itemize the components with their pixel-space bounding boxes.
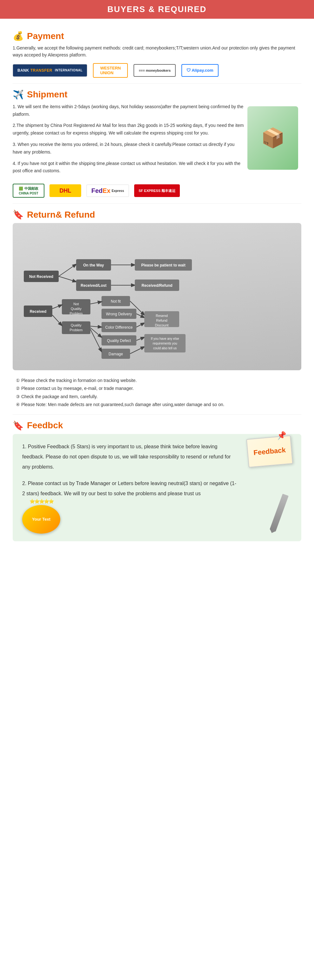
payment-logos: BANKTRANSFERINTERNATIONAL WESTERNUNION ≡… (13, 63, 301, 78)
divider-1 (13, 83, 301, 84)
svg-line-20 (52, 305, 62, 309)
svg-text:requirements you: requirements you (152, 342, 177, 345)
moneybookers-logo: ≡≡≡ moneybookers (133, 64, 176, 77)
divider-3 (13, 414, 301, 415)
svg-line-8 (59, 276, 76, 282)
refund-notes: ① Please check the tracking in formation… (13, 377, 301, 409)
payment-icon: 💰 (13, 31, 24, 41)
svg-text:Not Received: Not Received (29, 274, 53, 279)
payment-title-text: Payment (27, 31, 64, 41)
svg-text:Quality Defect: Quality Defect (107, 339, 131, 343)
svg-text:Refund: Refund (156, 318, 167, 322)
svg-line-41 (90, 326, 101, 327)
feedback-section-title: 🔖 Feedbck (13, 420, 301, 431)
delivery-person-image: 📦 (247, 106, 298, 170)
pen-image (270, 494, 289, 532)
china-post-logo: 🟩 中国邮政CHINA POST (13, 184, 44, 198)
svg-text:On the Way: On the Way (83, 263, 104, 267)
svg-text:Received: Received (30, 309, 47, 314)
shipment-point-3: 3. When you receive the items you ordere… (13, 141, 244, 156)
shipment-point-4: 4. If you have not got it within the shi… (13, 160, 244, 175)
svg-text:Not fit: Not fit (111, 299, 121, 304)
svg-line-38 (136, 323, 144, 327)
shipment-point-1: 1. We will sent the items within 2-5days… (13, 103, 244, 118)
shipment-icon: ✈️ (13, 89, 24, 100)
dhl-logo: DHL (49, 185, 81, 197)
feedback-badge: Feedback (246, 435, 293, 468)
refund-note-3: ③ Check the package and Item, carefully. (16, 393, 301, 401)
shipment-section-title: ✈️ Shipment (13, 89, 301, 100)
svg-text:Not: Not (73, 302, 79, 306)
refund-section-title: 🔖 Return& Refund (13, 209, 301, 220)
svg-line-40 (130, 347, 144, 354)
feedback-point-1: 1. Positive Feedback (5 Stars) is very i… (22, 442, 238, 472)
bank-transfer-logo: BANKTRANSFERINTERNATIONAL (13, 64, 87, 77)
svg-line-27 (52, 315, 62, 326)
western-union-logo: WESTERNUNION (93, 63, 128, 78)
refund-title-text: Return& Refund (27, 210, 95, 220)
svg-text:Damage: Damage (108, 352, 123, 356)
shipment-title-text: Shipment (27, 89, 68, 100)
payment-section-title: 💰 Payment (13, 31, 301, 41)
svg-line-39 (136, 337, 144, 340)
main-content: 💰 Payment 1.Generally, we accept the fol… (0, 19, 314, 547)
shipment-img-col: 📦 (244, 103, 301, 179)
payment-description: 1.Generally, we accept the following pay… (13, 45, 301, 59)
sf-express-logo: SF EXPRESS 顺丰速运 (134, 185, 180, 197)
fedex-logo: FedEx Express (86, 185, 129, 197)
courier-logos: 🟩 中国邮政CHINA POST DHL FedEx Express SF EX… (13, 184, 301, 198)
svg-text:Discount: Discount (155, 323, 169, 327)
star-badge: Your Text (22, 505, 60, 534)
svg-text:Quality: Quality (71, 323, 82, 327)
feedback-icon: 🔖 (13, 420, 24, 431)
refund-note-4: ④ Please Note: Men made defects are not … (16, 401, 301, 409)
page-header: BUYERS & REQUIRED (0, 0, 314, 19)
svg-text:Problem: Problem (70, 328, 83, 332)
svg-text:Quality: Quality (71, 307, 82, 310)
svg-text:Received/Refund: Received/Refund (141, 283, 172, 288)
svg-text:Resend: Resend (156, 314, 168, 318)
feedback-title-text: Feedbck (27, 420, 63, 431)
svg-text:Color Difference: Color Difference (105, 325, 133, 329)
feedback-text: 1. Positive Feedback (5 Stars) is very i… (22, 442, 238, 499)
refund-diagram: Not Received On the Way Please be patien… (19, 229, 295, 364)
shipment-text-col: 1. We will sent the items within 2-5days… (13, 103, 244, 179)
refund-icon: 🔖 (13, 209, 24, 220)
svg-text:Problem: Problem (70, 312, 83, 315)
svg-line-37 (136, 314, 144, 318)
svg-text:Please be patient to wait: Please be patient to wait (141, 263, 185, 267)
svg-text:Received/Lost: Received/Lost (81, 283, 106, 288)
feedback-point-2: 2. Please contact us by Trade Manager or… (22, 479, 238, 499)
refund-note-2: ② Please contact us by meesage, e-mail, … (16, 385, 301, 393)
svg-line-23 (90, 302, 101, 304)
shipment-point-2: 2.The shipment by China Post Registered … (13, 122, 244, 137)
star-badge-text: Your Text (32, 517, 51, 522)
svg-text:If you have any else: If you have any else (151, 337, 179, 340)
refund-section: Not Received On the Way Please be patien… (13, 223, 301, 370)
svg-line-2 (59, 264, 76, 276)
svg-text:Wrong Delivery: Wrong Delivery (106, 312, 132, 316)
refund-flow-svg: Not Received On the Way Please be patien… (19, 232, 295, 360)
feedback-section: Feedback 1. Positive Feedback (5 Stars) … (13, 434, 301, 541)
shipment-wrapper: 1. We will sent the items within 2-5days… (13, 103, 301, 179)
alipay-logo: 🛡 Alipay.com (181, 64, 219, 77)
refund-note-1: ① Please check the tracking in formation… (16, 377, 301, 385)
svg-text:could also tell us: could also tell us (153, 347, 177, 350)
